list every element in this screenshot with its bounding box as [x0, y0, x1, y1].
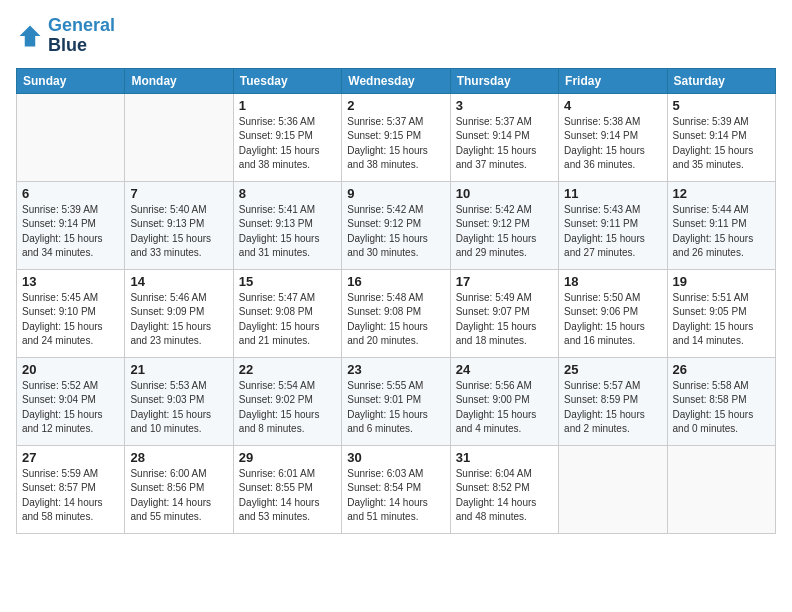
calendar-cell: 14Sunrise: 5:46 AMSunset: 9:09 PMDayligh… — [125, 269, 233, 357]
day-info: Sunrise: 5:51 AMSunset: 9:05 PMDaylight:… — [673, 291, 770, 349]
calendar-cell: 5Sunrise: 5:39 AMSunset: 9:14 PMDaylight… — [667, 93, 775, 181]
calendar-cell — [559, 445, 667, 533]
day-number: 25 — [564, 362, 661, 377]
day-number: 3 — [456, 98, 553, 113]
calendar-cell: 3Sunrise: 5:37 AMSunset: 9:14 PMDaylight… — [450, 93, 558, 181]
calendar-cell: 2Sunrise: 5:37 AMSunset: 9:15 PMDaylight… — [342, 93, 450, 181]
calendar-cell: 1Sunrise: 5:36 AMSunset: 9:15 PMDaylight… — [233, 93, 341, 181]
day-info: Sunrise: 5:55 AMSunset: 9:01 PMDaylight:… — [347, 379, 444, 437]
day-info: Sunrise: 5:36 AMSunset: 9:15 PMDaylight:… — [239, 115, 336, 173]
calendar-cell: 12Sunrise: 5:44 AMSunset: 9:11 PMDayligh… — [667, 181, 775, 269]
day-number: 4 — [564, 98, 661, 113]
day-info: Sunrise: 5:47 AMSunset: 9:08 PMDaylight:… — [239, 291, 336, 349]
calendar-cell: 24Sunrise: 5:56 AMSunset: 9:00 PMDayligh… — [450, 357, 558, 445]
calendar: SundayMondayTuesdayWednesdayThursdayFrid… — [16, 68, 776, 534]
calendar-cell: 4Sunrise: 5:38 AMSunset: 9:14 PMDaylight… — [559, 93, 667, 181]
day-info: Sunrise: 5:39 AMSunset: 9:14 PMDaylight:… — [673, 115, 770, 173]
week-row-1: 1Sunrise: 5:36 AMSunset: 9:15 PMDaylight… — [17, 93, 776, 181]
day-number: 5 — [673, 98, 770, 113]
day-info: Sunrise: 5:46 AMSunset: 9:09 PMDaylight:… — [130, 291, 227, 349]
day-number: 14 — [130, 274, 227, 289]
calendar-cell: 30Sunrise: 6:03 AMSunset: 8:54 PMDayligh… — [342, 445, 450, 533]
calendar-cell: 15Sunrise: 5:47 AMSunset: 9:08 PMDayligh… — [233, 269, 341, 357]
logo-icon — [16, 22, 44, 50]
day-number: 29 — [239, 450, 336, 465]
week-row-3: 13Sunrise: 5:45 AMSunset: 9:10 PMDayligh… — [17, 269, 776, 357]
day-info: Sunrise: 5:48 AMSunset: 9:08 PMDaylight:… — [347, 291, 444, 349]
day-number: 13 — [22, 274, 119, 289]
day-info: Sunrise: 5:49 AMSunset: 9:07 PMDaylight:… — [456, 291, 553, 349]
day-info: Sunrise: 6:04 AMSunset: 8:52 PMDaylight:… — [456, 467, 553, 525]
day-info: Sunrise: 5:59 AMSunset: 8:57 PMDaylight:… — [22, 467, 119, 525]
col-header-monday: Monday — [125, 68, 233, 93]
day-info: Sunrise: 5:41 AMSunset: 9:13 PMDaylight:… — [239, 203, 336, 261]
week-row-2: 6Sunrise: 5:39 AMSunset: 9:14 PMDaylight… — [17, 181, 776, 269]
day-info: Sunrise: 6:00 AMSunset: 8:56 PMDaylight:… — [130, 467, 227, 525]
day-info: Sunrise: 5:44 AMSunset: 9:11 PMDaylight:… — [673, 203, 770, 261]
calendar-cell: 16Sunrise: 5:48 AMSunset: 9:08 PMDayligh… — [342, 269, 450, 357]
calendar-cell: 18Sunrise: 5:50 AMSunset: 9:06 PMDayligh… — [559, 269, 667, 357]
day-number: 30 — [347, 450, 444, 465]
day-info: Sunrise: 5:57 AMSunset: 8:59 PMDaylight:… — [564, 379, 661, 437]
day-info: Sunrise: 5:39 AMSunset: 9:14 PMDaylight:… — [22, 203, 119, 261]
svg-marker-1 — [20, 25, 41, 46]
calendar-cell: 22Sunrise: 5:54 AMSunset: 9:02 PMDayligh… — [233, 357, 341, 445]
calendar-cell: 25Sunrise: 5:57 AMSunset: 8:59 PMDayligh… — [559, 357, 667, 445]
col-header-thursday: Thursday — [450, 68, 558, 93]
day-number: 9 — [347, 186, 444, 201]
day-number: 22 — [239, 362, 336, 377]
day-number: 20 — [22, 362, 119, 377]
calendar-header-row: SundayMondayTuesdayWednesdayThursdayFrid… — [17, 68, 776, 93]
calendar-cell: 7Sunrise: 5:40 AMSunset: 9:13 PMDaylight… — [125, 181, 233, 269]
calendar-cell: 9Sunrise: 5:42 AMSunset: 9:12 PMDaylight… — [342, 181, 450, 269]
logo-text: GeneralBlue — [48, 16, 115, 56]
day-number: 16 — [347, 274, 444, 289]
day-number: 1 — [239, 98, 336, 113]
calendar-cell: 10Sunrise: 5:42 AMSunset: 9:12 PMDayligh… — [450, 181, 558, 269]
day-info: Sunrise: 5:54 AMSunset: 9:02 PMDaylight:… — [239, 379, 336, 437]
day-number: 2 — [347, 98, 444, 113]
day-number: 7 — [130, 186, 227, 201]
day-info: Sunrise: 5:58 AMSunset: 8:58 PMDaylight:… — [673, 379, 770, 437]
day-number: 18 — [564, 274, 661, 289]
day-info: Sunrise: 5:56 AMSunset: 9:00 PMDaylight:… — [456, 379, 553, 437]
calendar-cell: 23Sunrise: 5:55 AMSunset: 9:01 PMDayligh… — [342, 357, 450, 445]
col-header-tuesday: Tuesday — [233, 68, 341, 93]
col-header-saturday: Saturday — [667, 68, 775, 93]
day-number: 11 — [564, 186, 661, 201]
calendar-cell — [17, 93, 125, 181]
day-number: 10 — [456, 186, 553, 201]
col-header-friday: Friday — [559, 68, 667, 93]
calendar-cell: 28Sunrise: 6:00 AMSunset: 8:56 PMDayligh… — [125, 445, 233, 533]
calendar-cell: 6Sunrise: 5:39 AMSunset: 9:14 PMDaylight… — [17, 181, 125, 269]
calendar-cell — [667, 445, 775, 533]
calendar-cell: 8Sunrise: 5:41 AMSunset: 9:13 PMDaylight… — [233, 181, 341, 269]
logo: GeneralBlue — [16, 16, 115, 56]
day-info: Sunrise: 5:42 AMSunset: 9:12 PMDaylight:… — [456, 203, 553, 261]
day-number: 31 — [456, 450, 553, 465]
page-header: GeneralBlue — [16, 16, 776, 56]
calendar-cell: 29Sunrise: 6:01 AMSunset: 8:55 PMDayligh… — [233, 445, 341, 533]
calendar-cell: 27Sunrise: 5:59 AMSunset: 8:57 PMDayligh… — [17, 445, 125, 533]
day-number: 15 — [239, 274, 336, 289]
calendar-cell: 26Sunrise: 5:58 AMSunset: 8:58 PMDayligh… — [667, 357, 775, 445]
calendar-cell: 11Sunrise: 5:43 AMSunset: 9:11 PMDayligh… — [559, 181, 667, 269]
day-info: Sunrise: 5:42 AMSunset: 9:12 PMDaylight:… — [347, 203, 444, 261]
calendar-cell: 17Sunrise: 5:49 AMSunset: 9:07 PMDayligh… — [450, 269, 558, 357]
calendar-cell: 19Sunrise: 5:51 AMSunset: 9:05 PMDayligh… — [667, 269, 775, 357]
day-info: Sunrise: 5:37 AMSunset: 9:14 PMDaylight:… — [456, 115, 553, 173]
calendar-cell — [125, 93, 233, 181]
day-number: 26 — [673, 362, 770, 377]
day-number: 17 — [456, 274, 553, 289]
day-info: Sunrise: 5:53 AMSunset: 9:03 PMDaylight:… — [130, 379, 227, 437]
day-info: Sunrise: 5:43 AMSunset: 9:11 PMDaylight:… — [564, 203, 661, 261]
calendar-cell: 20Sunrise: 5:52 AMSunset: 9:04 PMDayligh… — [17, 357, 125, 445]
calendar-cell: 13Sunrise: 5:45 AMSunset: 9:10 PMDayligh… — [17, 269, 125, 357]
week-row-5: 27Sunrise: 5:59 AMSunset: 8:57 PMDayligh… — [17, 445, 776, 533]
day-number: 24 — [456, 362, 553, 377]
day-info: Sunrise: 5:40 AMSunset: 9:13 PMDaylight:… — [130, 203, 227, 261]
calendar-cell: 21Sunrise: 5:53 AMSunset: 9:03 PMDayligh… — [125, 357, 233, 445]
day-number: 28 — [130, 450, 227, 465]
calendar-cell: 31Sunrise: 6:04 AMSunset: 8:52 PMDayligh… — [450, 445, 558, 533]
day-number: 19 — [673, 274, 770, 289]
